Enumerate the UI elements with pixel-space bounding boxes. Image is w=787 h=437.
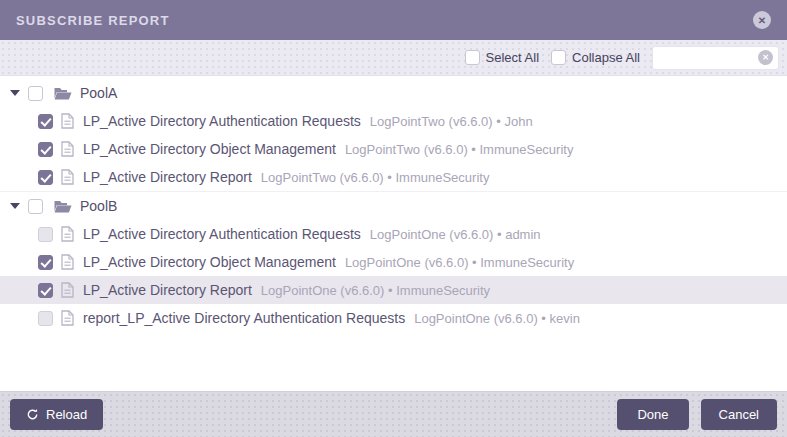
group-row-poolb[interactable]: PoolB (0, 192, 787, 220)
document-icon (61, 113, 74, 129)
report-row[interactable]: LP_Active Directory Report LogPointTwo (… (0, 163, 787, 191)
report-name: LP_Active Directory Authentication Reque… (83, 113, 361, 129)
select-all-checkbox[interactable] (465, 50, 480, 65)
report-meta: LogPointTwo (v6.6.0) • ImmuneSecurity (345, 142, 574, 157)
group-label: PoolB (80, 198, 117, 214)
caret-down-icon[interactable] (10, 203, 20, 209)
close-icon[interactable]: ✕ (753, 11, 771, 29)
report-name: report_LP_Active Directory Authenticatio… (83, 310, 405, 326)
report-checkbox[interactable] (38, 114, 53, 129)
select-all-control: Select All (465, 50, 539, 65)
report-checkbox[interactable] (38, 142, 53, 157)
report-checkbox[interactable] (38, 311, 53, 326)
report-row-selected[interactable]: LP_Active Directory Report LogPointOne (… (0, 276, 787, 304)
report-checkbox[interactable] (38, 283, 53, 298)
refresh-icon (26, 408, 39, 421)
report-name: LP_Active Directory Report (83, 282, 252, 298)
cancel-button[interactable]: Cancel (701, 399, 777, 430)
dialog-footer: Reload Done Cancel (0, 391, 787, 437)
clear-search-icon[interactable]: ✕ (758, 50, 773, 65)
report-row[interactable]: LP_Active Directory Object Management Lo… (0, 135, 787, 163)
subscribe-report-dialog: SUBSCRIBE REPORT ✕ Select All Collapse A… (0, 0, 787, 437)
group-row-poola[interactable]: PoolA (0, 79, 787, 107)
done-button[interactable]: Done (617, 399, 688, 430)
open-folder-icon (54, 87, 72, 100)
document-icon (61, 282, 74, 298)
report-meta: LogPointOne (v6.6.0) • admin (370, 227, 541, 242)
document-icon (61, 169, 74, 185)
report-meta: LogPointTwo (v6.6.0) • John (370, 114, 533, 129)
report-tree: PoolA LP_Active Directory Authentication… (0, 76, 787, 391)
reload-label: Reload (46, 407, 87, 422)
document-icon (61, 226, 74, 242)
group-checkbox[interactable] (28, 86, 43, 101)
report-checkbox[interactable] (38, 255, 53, 270)
dialog-title: SUBSCRIBE REPORT (16, 13, 170, 28)
report-name: LP_Active Directory Object Management (83, 141, 336, 157)
report-name: LP_Active Directory Report (83, 169, 252, 185)
group-checkbox[interactable] (28, 199, 43, 214)
toolbar: Select All Collapse All ✕ (0, 40, 787, 76)
open-folder-icon (54, 200, 72, 213)
report-row[interactable]: LP_Active Directory Authentication Reque… (0, 107, 787, 135)
reload-button[interactable]: Reload (10, 399, 103, 430)
report-checkbox[interactable] (38, 227, 53, 242)
pool-group: PoolA LP_Active Directory Authentication… (0, 79, 787, 191)
group-label: PoolA (80, 85, 117, 101)
report-name: LP_Active Directory Authentication Reque… (83, 226, 361, 242)
pool-group: PoolB LP_Active Directory Authentication… (0, 191, 787, 332)
collapse-all-checkbox[interactable] (551, 50, 566, 65)
document-icon (61, 254, 74, 270)
collapse-all-control: Collapse All (551, 50, 640, 65)
done-label: Done (637, 407, 668, 422)
document-icon (61, 310, 74, 326)
search-box: ✕ (652, 46, 779, 70)
report-meta: LogPointOne (v6.6.0) • ImmuneSecurity (345, 255, 574, 270)
footer-actions: Done Cancel (617, 399, 777, 430)
dialog-header: SUBSCRIBE REPORT ✕ (0, 0, 787, 40)
report-row[interactable]: report_LP_Active Directory Authenticatio… (0, 304, 787, 332)
report-row[interactable]: LP_Active Directory Authentication Reque… (0, 220, 787, 248)
collapse-all-label: Collapse All (572, 50, 640, 65)
caret-down-icon[interactable] (10, 90, 20, 96)
search-input[interactable] (658, 51, 758, 65)
report-name: LP_Active Directory Object Management (83, 254, 336, 270)
report-meta: LogPointOne (v6.6.0) • ImmuneSecurity (261, 283, 490, 298)
report-meta: LogPointTwo (v6.6.0) • ImmuneSecurity (261, 170, 490, 185)
document-icon (61, 141, 74, 157)
report-row[interactable]: LP_Active Directory Object Management Lo… (0, 248, 787, 276)
report-checkbox[interactable] (38, 170, 53, 185)
cancel-label: Cancel (719, 407, 759, 422)
select-all-label: Select All (486, 50, 539, 65)
report-meta: LogPointOne (v6.6.0) • kevin (414, 311, 580, 326)
